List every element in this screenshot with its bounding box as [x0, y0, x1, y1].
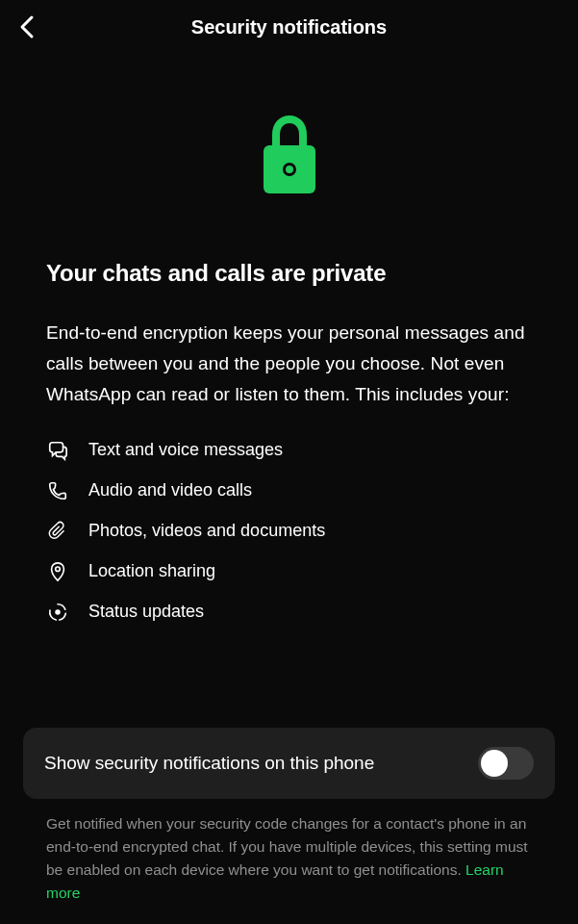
- header: Security notifications: [0, 0, 578, 54]
- chat-bubble-icon: [46, 439, 69, 462]
- feature-item-calls: Audio and video calls: [46, 479, 532, 502]
- toggle-switch[interactable]: [478, 747, 534, 780]
- page-title: Security notifications: [0, 16, 578, 38]
- status-ring-icon: [46, 601, 69, 624]
- feature-item-location: Location sharing: [46, 560, 532, 583]
- back-button[interactable]: [8, 8, 46, 46]
- location-pin-icon: [46, 560, 69, 583]
- section-heading: Your chats and calls are private: [46, 260, 532, 287]
- encryption-description: End-to-end encryption keeps your persona…: [46, 318, 532, 410]
- feature-item-messages: Text and voice messages: [46, 439, 532, 462]
- feature-label: Location sharing: [88, 561, 215, 581]
- lock-icon: [254, 112, 325, 202]
- phone-icon: [46, 479, 69, 502]
- feature-label: Status updates: [88, 602, 204, 622]
- toggle-label: Show security notifications on this phon…: [44, 750, 478, 778]
- bottom-section: Show security notifications on this phon…: [0, 728, 578, 924]
- lock-hero: [0, 54, 578, 260]
- feature-list: Text and voice messages Audio and video …: [46, 439, 532, 624]
- feature-label: Audio and video calls: [88, 480, 252, 500]
- feature-item-media: Photos, videos and documents: [46, 520, 532, 543]
- feature-label: Text and voice messages: [88, 440, 283, 460]
- helper-text-body: Get notified when your security code cha…: [46, 815, 528, 878]
- helper-text: Get notified when your security code cha…: [23, 812, 555, 905]
- feature-label: Photos, videos and documents: [88, 521, 325, 541]
- svg-point-3: [55, 609, 61, 615]
- feature-item-status: Status updates: [46, 601, 532, 624]
- chevron-left-icon: [18, 14, 36, 39]
- content-section: Your chats and calls are private End-to-…: [0, 260, 578, 624]
- svg-rect-0: [264, 145, 315, 193]
- paperclip-icon: [46, 520, 69, 543]
- security-notifications-toggle-card[interactable]: Show security notifications on this phon…: [23, 728, 555, 799]
- toggle-knob: [481, 750, 508, 777]
- svg-point-2: [56, 567, 61, 572]
